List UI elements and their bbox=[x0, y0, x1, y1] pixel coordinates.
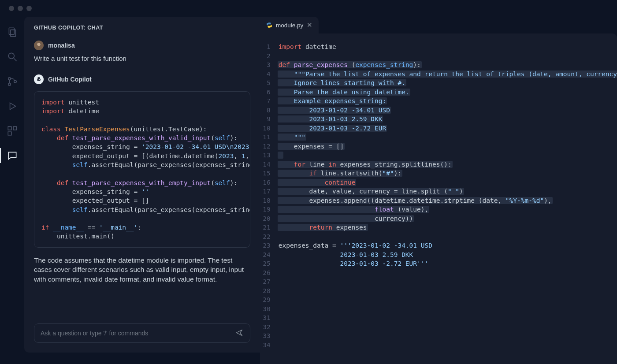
editor-area: module.py ✕ 1234567891011121314151617181… bbox=[260, 17, 617, 364]
svg-rect-10 bbox=[8, 132, 11, 135]
svg-rect-15 bbox=[37, 77, 40, 78]
bot-name: GitHub Copilot bbox=[48, 76, 92, 83]
svg-point-13 bbox=[38, 79, 39, 80]
chat-panel-title: GITHUB COPILOT: CHAT bbox=[24, 17, 260, 37]
user-avatar bbox=[34, 41, 44, 50]
editor-tabbar: module.py ✕ bbox=[260, 17, 617, 33]
close-icon[interactable]: ✕ bbox=[307, 21, 312, 29]
run-debug-icon[interactable] bbox=[7, 100, 18, 112]
tab-module-py[interactable]: module.py ✕ bbox=[260, 17, 319, 33]
svg-line-3 bbox=[14, 58, 17, 61]
editor-content[interactable]: import datetime def parse_expenses (expe… bbox=[279, 42, 617, 364]
send-icon[interactable] bbox=[235, 328, 244, 338]
activity-bar bbox=[0, 17, 24, 364]
tab-filename: module.py bbox=[276, 22, 303, 29]
svg-rect-12 bbox=[37, 78, 41, 81]
source-control-icon[interactable] bbox=[7, 76, 18, 87]
svg-point-2 bbox=[8, 53, 14, 59]
extensions-icon[interactable] bbox=[7, 125, 18, 137]
traffic-light-close[interactable] bbox=[9, 6, 14, 11]
chat-user-header: monalisa bbox=[34, 41, 250, 50]
copilot-chat-panel: GITHUB COPILOT: CHAT monalisa Write a un… bbox=[24, 17, 260, 353]
user-prompt-text: Write a unit test for this function bbox=[34, 55, 250, 62]
chat-bot-header: GitHub Copilot bbox=[34, 74, 250, 84]
svg-rect-9 bbox=[13, 126, 17, 130]
svg-point-6 bbox=[14, 80, 16, 82]
svg-rect-1 bbox=[10, 30, 15, 37]
svg-point-5 bbox=[8, 83, 10, 85]
chat-explanation-text: The code assumes that the datetime modul… bbox=[34, 256, 250, 284]
svg-rect-8 bbox=[8, 126, 11, 130]
svg-point-14 bbox=[39, 79, 40, 80]
traffic-light-zoom[interactable] bbox=[26, 6, 32, 11]
copilot-avatar-icon bbox=[34, 74, 44, 84]
search-icon[interactable] bbox=[7, 51, 18, 63]
python-file-icon bbox=[266, 22, 272, 28]
chat-input-placeholder: Ask a question or type '/' for commands bbox=[41, 330, 148, 337]
svg-rect-0 bbox=[9, 28, 14, 34]
line-number-gutter: 1234567891011121314151617181920212223242… bbox=[260, 42, 279, 364]
user-name: monalisa bbox=[48, 42, 75, 49]
svg-marker-7 bbox=[10, 103, 15, 109]
code-editor[interactable]: 1234567891011121314151617181920212223242… bbox=[260, 33, 617, 364]
traffic-light-minimize[interactable] bbox=[18, 6, 23, 11]
svg-point-4 bbox=[8, 78, 10, 80]
chat-code-block[interactable]: import unittest import datetime class Te… bbox=[34, 91, 250, 248]
chat-input[interactable]: Ask a question or type '/' for commands bbox=[34, 323, 250, 343]
files-icon[interactable] bbox=[7, 26, 18, 38]
window-titlebar bbox=[0, 0, 617, 17]
chat-icon[interactable] bbox=[7, 150, 18, 161]
